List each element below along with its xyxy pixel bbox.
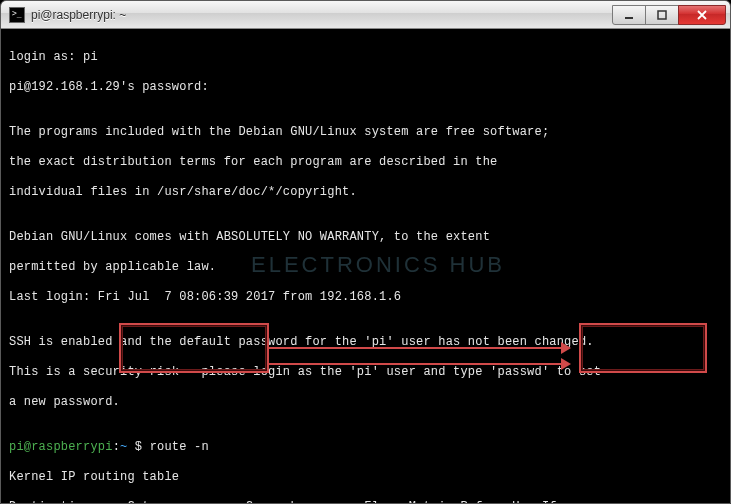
prompt-line: pi@raspberrypi:~ $ route -n — [9, 440, 722, 455]
route-header: Kernel IP routing table — [9, 470, 722, 485]
app-icon — [9, 7, 25, 23]
window-controls — [613, 5, 726, 25]
terminal-viewport[interactable]: login as: pi pi@192.168.1.29's password:… — [1, 29, 730, 503]
svg-rect-0 — [625, 17, 633, 19]
motd-line: individual files in /usr/share/doc/*/cop… — [9, 185, 722, 200]
window-frame: pi@raspberrypi: ~ login as: pi pi@192.16… — [0, 0, 731, 504]
motd-line: permitted by applicable law. — [9, 260, 722, 275]
motd-line: a new password. — [9, 395, 722, 410]
minimize-button[interactable] — [612, 5, 646, 25]
maximize-icon — [657, 10, 667, 20]
motd-line: This is a security risk - please login a… — [9, 365, 722, 380]
motd-line: the exact distribution terms for each pr… — [9, 155, 722, 170]
minimize-icon — [624, 10, 634, 20]
login-prompt: login as: — [9, 50, 83, 64]
titlebar[interactable]: pi@raspberrypi: ~ — [1, 1, 730, 29]
password-prompt: pi@192.168.1.29's password: — [9, 80, 722, 95]
close-button[interactable] — [678, 5, 726, 25]
prompt-path: ~ — [120, 440, 127, 454]
motd-line: SSH is enabled and the default password … — [9, 335, 722, 350]
prompt-symbol: $ — [135, 440, 142, 454]
svg-rect-1 — [658, 11, 666, 19]
route-columns: Destination Gateway Genmask Flags Metric… — [9, 500, 722, 503]
motd-line: Debian GNU/Linux comes with ABSOLUTELY N… — [9, 230, 722, 245]
login-line: login as: pi — [9, 50, 722, 65]
maximize-button[interactable] — [645, 5, 679, 25]
command-route: route -n — [150, 440, 209, 454]
prompt-userhost: pi@raspberrypi — [9, 440, 113, 454]
close-icon — [696, 9, 708, 21]
motd-line: Last login: Fri Jul 7 08:06:39 2017 from… — [9, 290, 722, 305]
motd-line: The programs included with the Debian GN… — [9, 125, 722, 140]
window-title: pi@raspberrypi: ~ — [31, 8, 613, 22]
login-user: pi — [83, 50, 98, 64]
